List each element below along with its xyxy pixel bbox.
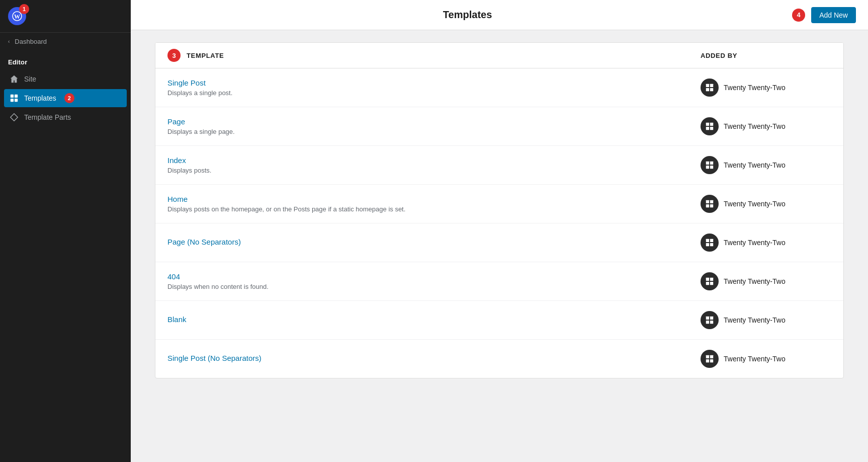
theme-icon (701, 156, 719, 174)
sidebar: W 1 ‹ Dashboard Editor Site (0, 0, 131, 462)
dashboard-link-label: Dashboard (15, 38, 47, 45)
template-description: Displays when no content is found. (167, 283, 701, 290)
template-description: Displays posts on the homepage, or on th… (167, 205, 701, 213)
svg-rect-2 (11, 95, 14, 98)
svg-rect-31 (706, 317, 709, 320)
sidebar-item-template-parts-label: Template Parts (24, 113, 71, 121)
row-template-cell: Index Displays posts. (167, 156, 701, 174)
table-header-badge: 3 (167, 49, 181, 62)
row-template-cell: 404 Displays when no content is found. (167, 272, 701, 290)
svg-rect-14 (710, 127, 713, 130)
svg-rect-21 (706, 204, 709, 207)
row-added-by-cell: Twenty Twenty-Two (701, 195, 831, 213)
svg-rect-18 (710, 166, 713, 169)
sidebar-header: W 1 (0, 0, 131, 33)
table-body: Single Post Displays a single post. Twen… (155, 68, 843, 378)
template-name[interactable]: Single Post (No Separators) (167, 354, 701, 362)
svg-rect-15 (706, 162, 709, 165)
row-added-by-cell: Twenty Twenty-Two (701, 272, 831, 290)
table-row[interactable]: Page Displays a single page. Twenty Twen… (155, 107, 843, 146)
table-row[interactable]: Index Displays posts. Twenty Twenty-Two (155, 146, 843, 185)
svg-rect-29 (706, 282, 709, 285)
svg-rect-22 (710, 204, 713, 207)
theme-name: Twenty Twenty-Two (724, 277, 786, 285)
svg-rect-23 (706, 239, 709, 242)
svg-rect-4 (11, 99, 14, 102)
svg-rect-10 (710, 88, 713, 91)
svg-rect-38 (710, 359, 713, 362)
main-content: Templates 4 Add New 3 Template Added by … (131, 0, 868, 462)
svg-rect-16 (710, 162, 713, 165)
svg-rect-8 (710, 84, 713, 87)
template-name[interactable]: Index (167, 156, 701, 165)
svg-rect-12 (710, 123, 713, 126)
svg-rect-25 (706, 243, 709, 246)
templates-badge: 2 (64, 93, 74, 103)
sidebar-item-templates[interactable]: Templates 2 (4, 89, 127, 107)
row-added-by-cell: Twenty Twenty-Two (701, 79, 831, 97)
svg-rect-11 (706, 123, 709, 126)
content-area: 3 Template Added by Single Post Displays… (131, 30, 868, 391)
svg-rect-5 (15, 99, 18, 102)
table-row[interactable]: Blank Twenty Twenty-Two (155, 301, 843, 340)
add-new-button[interactable]: Add New (811, 7, 856, 23)
svg-rect-28 (710, 278, 713, 281)
template-description: Displays posts. (167, 167, 701, 174)
template-description: Displays a single post. (167, 89, 701, 97)
svg-rect-7 (706, 84, 709, 87)
row-added-by-cell: Twenty Twenty-Two (701, 311, 831, 329)
svg-rect-24 (710, 239, 713, 242)
row-added-by-cell: Twenty Twenty-Two (701, 234, 831, 252)
topbar: Templates 4 Add New (131, 0, 868, 30)
svg-rect-26 (710, 243, 713, 246)
row-added-by-cell: Twenty Twenty-Two (701, 350, 831, 368)
table-row[interactable]: Page (No Separators) Twenty Twenty-Two (155, 223, 843, 262)
svg-rect-32 (710, 317, 713, 320)
table-row[interactable]: Single Post Displays a single post. Twen… (155, 68, 843, 107)
template-name[interactable]: Single Post (167, 79, 701, 87)
topbar-badge: 4 (792, 9, 805, 22)
theme-icon (701, 195, 719, 213)
home-icon (9, 74, 19, 84)
svg-marker-6 (11, 114, 18, 121)
col-template-header: Template (187, 52, 701, 59)
svg-rect-34 (710, 321, 713, 324)
table-row[interactable]: Home Displays posts on the homepage, or … (155, 185, 843, 223)
template-name[interactable]: Blank (167, 315, 701, 324)
svg-rect-37 (706, 359, 709, 362)
template-name[interactable]: Page (167, 117, 701, 126)
template-name[interactable]: 404 (167, 272, 701, 281)
wp-logo[interactable]: W 1 (8, 7, 26, 25)
row-template-cell: Home Displays posts on the homepage, or … (167, 195, 701, 213)
row-template-cell: Page Displays a single page. (167, 117, 701, 135)
svg-rect-19 (706, 200, 709, 203)
template-name[interactable]: Home (167, 195, 701, 203)
dashboard-link[interactable]: ‹ Dashboard (0, 33, 131, 50)
svg-rect-17 (706, 166, 709, 169)
theme-icon (701, 234, 719, 252)
theme-icon (701, 311, 719, 329)
theme-name: Twenty Twenty-Two (724, 161, 786, 169)
svg-rect-3 (15, 95, 18, 98)
sidebar-item-site[interactable]: Site (4, 70, 127, 88)
page-title: Templates (443, 9, 492, 21)
svg-text:W: W (14, 13, 20, 20)
table-row[interactable]: 404 Displays when no content is found. T… (155, 262, 843, 301)
template-description: Displays a single page. (167, 128, 701, 135)
template-name[interactable]: Page (No Separators) (167, 238, 701, 246)
col-added-by-header: Added by (701, 52, 831, 59)
svg-rect-36 (710, 355, 713, 358)
svg-rect-20 (710, 200, 713, 203)
table-row[interactable]: Single Post (No Separators) Twenty Twent… (155, 340, 843, 378)
svg-rect-13 (706, 127, 709, 130)
topbar-right: 4 Add New (792, 7, 856, 23)
theme-icon (701, 117, 719, 135)
sidebar-item-site-label: Site (24, 75, 36, 83)
theme-icon (701, 272, 719, 290)
row-template-cell: Single Post (No Separators) (167, 354, 701, 364)
row-template-cell: Blank (167, 315, 701, 326)
sidebar-item-template-parts[interactable]: Template Parts (4, 108, 127, 126)
theme-name: Twenty Twenty-Two (724, 200, 786, 208)
theme-name: Twenty Twenty-Two (724, 84, 786, 92)
editor-section-label: Editor (0, 50, 131, 70)
